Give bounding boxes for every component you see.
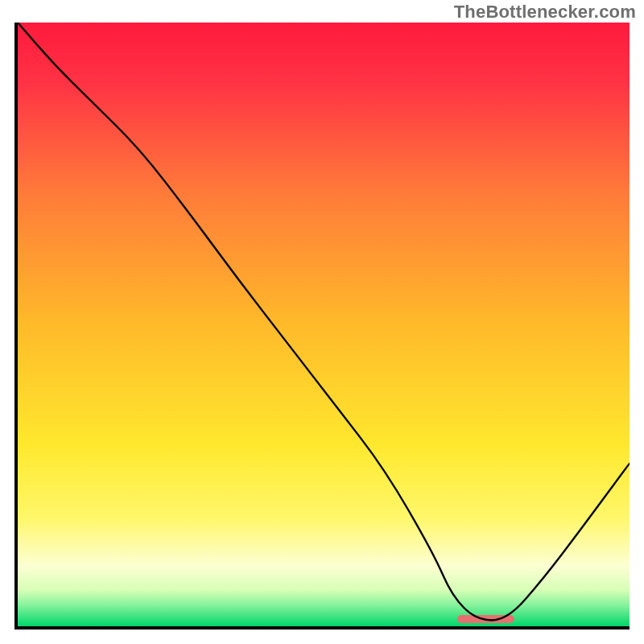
gradient-background <box>18 23 630 626</box>
chart-container: TheBottlenecker.com <box>0 0 644 644</box>
attribution-text: TheBottlenecker.com <box>454 2 636 23</box>
bottleneck-chart <box>18 23 630 626</box>
